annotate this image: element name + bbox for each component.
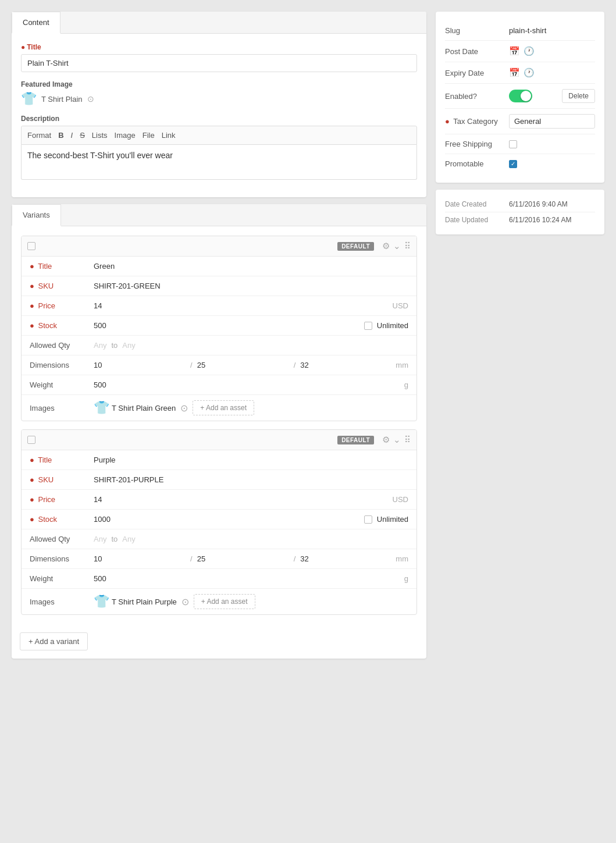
featured-image-edit-icon[interactable]: ⊙ — [87, 94, 94, 104]
calendar-icon-expiry[interactable]: 📅 — [509, 67, 520, 78]
variant-item-green: DEFAULT ⚙ ⌄ ⠿ ● Title Green ● — [21, 236, 417, 421]
variant-actions-purple: ⚙ ⌄ ⠿ — [382, 435, 411, 445]
add-variant-button[interactable]: + Add a variant — [20, 632, 88, 650]
v-dim-d-green[interactable]: 32 — [300, 361, 392, 369]
v-value-sku-green[interactable]: SHIRT-201-GREEN — [94, 282, 408, 290]
free-shipping-label: Free Shipping — [445, 140, 509, 148]
v-label-dimensions-purple: Dimensions — [30, 554, 94, 563]
remove-img-green[interactable]: ⊙ — [180, 403, 188, 414]
v-value-stock-purple[interactable]: 1000 — [94, 515, 355, 524]
enabled-label: Enabled? — [445, 92, 509, 101]
unlimited-checkbox-purple[interactable] — [364, 515, 372, 524]
v-value-price-green[interactable]: 14 — [94, 301, 389, 310]
title-required-dot: ● — [21, 43, 25, 51]
v-label-sku-green: ● SKU — [30, 282, 94, 290]
v-row-title-green: ● Title Green — [22, 257, 416, 276]
variants-body: DEFAULT ⚙ ⌄ ⠿ ● Title Green ● — [12, 226, 426, 624]
v-value-allowed-max-purple[interactable]: Any — [122, 535, 135, 543]
v-sep-purple: to — [111, 535, 117, 543]
v-value-allowed-max-green[interactable]: Any — [122, 341, 135, 350]
v-row-allowed-purple: Allowed Qty Any to Any — [22, 529, 416, 549]
toolbar-image[interactable]: Image — [115, 131, 136, 140]
v-dim-d-purple[interactable]: 32 — [300, 554, 392, 563]
v-value-sku-purple[interactable]: SHIRT-201-PURPLE — [94, 475, 408, 484]
v-row-title-purple: ● Title Purple — [22, 450, 416, 470]
toolbar-format[interactable]: Format — [27, 131, 51, 140]
toolbar-lists[interactable]: Lists — [92, 131, 108, 140]
v-value-title-purple[interactable]: Purple — [94, 456, 408, 464]
unlimited-label-green: Unlimited — [377, 321, 408, 330]
meta-row-updated: Date Updated 6/11/2016 10:24 AM — [445, 212, 595, 227]
toolbar-bold[interactable]: B — [58, 131, 63, 140]
variant-checkbox-purple[interactable] — [27, 436, 35, 444]
variant-checkbox-green[interactable] — [27, 242, 35, 250]
description-label: Description — [21, 115, 417, 123]
side-row-slug: Slug plain-t-shirt — [445, 21, 595, 41]
img-item-purple: 👕 T Shirt Plain Purple — [94, 594, 177, 609]
v-label-title-green: ● Title — [30, 262, 94, 271]
calendar-icon-post[interactable]: 📅 — [509, 46, 520, 56]
chevron-icon-green[interactable]: ⌄ — [393, 241, 401, 251]
v-label-title-purple: ● Title — [30, 456, 94, 464]
enabled-toggle[interactable] — [509, 90, 532, 102]
v-label-allowed-green: Allowed Qty — [30, 341, 94, 350]
drag-icon-purple[interactable]: ⠿ — [404, 435, 411, 445]
tax-category-select[interactable]: General — [509, 114, 595, 129]
v-value-title-green[interactable]: Green — [94, 262, 408, 271]
tab-content[interactable]: Content — [12, 12, 60, 34]
v-unit-price-purple: USD — [393, 495, 408, 504]
v-value-price-purple[interactable]: 14 — [94, 495, 389, 504]
featured-image-name: T Shirt Plain — [41, 95, 83, 104]
v-dim-w-green[interactable]: 10 — [94, 361, 186, 369]
delete-button[interactable]: Delete — [562, 89, 595, 103]
v-value-weight-green[interactable]: 500 — [94, 380, 401, 389]
description-field-group: Description Format B I S Lists Image Fil… — [21, 115, 417, 180]
side-card-main: Slug plain-t-shirt Post Date 📅 🕐 Expiry … — [436, 12, 604, 183]
v-label-allowed-purple: Allowed Qty — [30, 535, 94, 543]
toolbar-file[interactable]: File — [143, 131, 155, 140]
v-row-sku-green: ● SKU SHIRT-201-GREEN — [22, 276, 416, 296]
gear-icon-green[interactable]: ⚙ — [382, 241, 390, 251]
tshirt-purple-icon: 👕 — [94, 594, 109, 609]
date-created-value: 6/11/2016 9:40 AM — [509, 200, 568, 208]
clock-icon-post[interactable]: 🕐 — [524, 46, 535, 56]
title-input[interactable] — [21, 54, 417, 72]
v-label-weight-purple: Weight — [30, 574, 94, 583]
tab-variants[interactable]: Variants — [12, 204, 61, 226]
v-value-allowed-min-green[interactable]: Any — [94, 341, 106, 350]
toolbar-italic[interactable]: I — [71, 131, 73, 140]
variant-actions-green: ⚙ ⌄ ⠿ — [382, 241, 411, 251]
v-dim-w-purple[interactable]: 10 — [94, 554, 186, 563]
side-row-post-date: Post Date 📅 🕐 — [445, 41, 595, 62]
free-shipping-checkbox[interactable] — [509, 140, 517, 148]
v-value-stock-green[interactable]: 500 — [94, 321, 355, 330]
toolbar-strike[interactable]: S — [80, 131, 85, 140]
promotable-checkbox[interactable]: ✓ — [509, 160, 517, 168]
v-row-dimensions-purple: Dimensions 10 / 25 / 32 mm — [22, 549, 416, 569]
featured-image-label: Featured Image — [21, 80, 417, 88]
variant-header-green: DEFAULT ⚙ ⌄ ⠿ — [22, 236, 416, 257]
side-row-enabled: Enabled? Delete — [445, 84, 595, 109]
v-dim-h-green[interactable]: 25 — [197, 361, 289, 369]
v-row-price-green: ● Price 14 USD — [22, 296, 416, 316]
v-label-weight-green: Weight — [30, 380, 94, 389]
v-dim-h-purple[interactable]: 25 — [197, 554, 289, 563]
add-asset-button-green[interactable]: + Add an asset — [193, 400, 254, 415]
v-row-price-purple: ● Price 14 USD — [22, 490, 416, 510]
add-asset-button-purple[interactable]: + Add an asset — [194, 594, 255, 609]
gear-icon-purple[interactable]: ⚙ — [382, 435, 390, 445]
v-dim-unit-purple: mm — [396, 554, 408, 563]
chevron-icon-purple[interactable]: ⌄ — [393, 435, 401, 445]
drag-icon-green[interactable]: ⠿ — [404, 241, 411, 251]
remove-img-purple[interactable]: ⊙ — [181, 596, 189, 607]
v-label-price-green: ● Price — [30, 301, 94, 310]
v-value-weight-purple[interactable]: 500 — [94, 574, 401, 583]
clock-icon-expiry[interactable]: 🕐 — [524, 67, 535, 78]
unlimited-checkbox-green[interactable] — [364, 322, 372, 330]
tax-select-wrapper: General — [509, 114, 595, 129]
v-label-images-green: Images — [30, 404, 94, 412]
v-value-allowed-min-purple[interactable]: Any — [94, 535, 106, 543]
images-row-purple: 👕 T Shirt Plain Purple ⊙ + Add an asset — [94, 594, 255, 609]
toolbar-link[interactable]: Link — [162, 131, 176, 140]
description-area[interactable]: The second-best T-Shirt you'll ever wear — [21, 145, 417, 180]
